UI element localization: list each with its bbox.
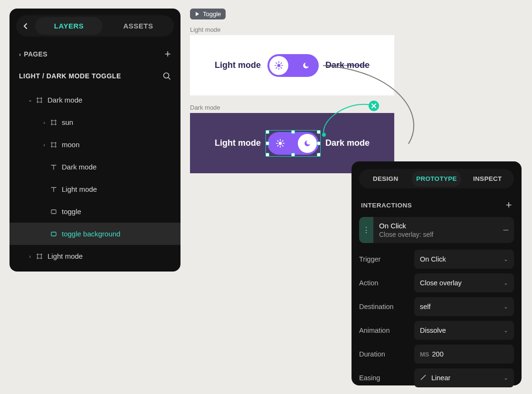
layer-text-dark[interactable]: Dark mode (10, 156, 180, 178)
prop-label: Action (359, 279, 414, 287)
chevron-right-icon: › (19, 51, 21, 58)
tab-inspect[interactable]: INSPECT (463, 171, 512, 187)
chevron-right-icon: › (26, 253, 34, 259)
drag-handle-icon[interactable]: ⋮ (359, 217, 373, 243)
layer-label: Light mode (48, 252, 83, 260)
destination-value: self (420, 303, 431, 310)
chevron-down-icon: ⌄ (26, 97, 34, 103)
chevron-down-icon: ⌄ (504, 375, 508, 381)
trigger-select[interactable]: On Click ⌄ (414, 250, 514, 269)
chevron-down-icon: ⌄ (504, 280, 508, 286)
play-icon (195, 11, 200, 17)
trigger-value: On Click (420, 255, 446, 263)
selection-handle[interactable] (291, 130, 295, 134)
prop-label: Destination (359, 303, 414, 310)
svg-line-12 (281, 63, 282, 64)
action-select[interactable]: Close overlay ⌄ (414, 273, 514, 292)
chevron-down-icon: ⌄ (504, 303, 508, 310)
duration-prefix: MS (420, 351, 429, 358)
toggle-knob (269, 56, 288, 75)
layer-label: Dark mode (62, 163, 96, 171)
selection-handle[interactable] (266, 130, 269, 134)
easing-select[interactable]: Linear ⌄ (414, 368, 514, 387)
remove-interaction-button[interactable]: − (498, 217, 514, 243)
text-light-mode: Light mode (215, 138, 261, 148)
interactions-label: INTERACTIONS (361, 202, 412, 209)
prop-label: Trigger (359, 255, 414, 263)
selection-handle[interactable] (317, 153, 321, 157)
layer-label: sun (62, 118, 73, 126)
svg-line-18 (277, 141, 278, 141)
sun-icon (274, 61, 284, 70)
close-overlay-node[interactable] (369, 101, 379, 111)
back-button[interactable] (18, 18, 33, 35)
layer-group-sun[interactable]: › sun (10, 111, 180, 133)
interaction-subtitle: Close overlay: self (379, 231, 492, 238)
layer-rect-toggle-background[interactable]: toggle background (10, 223, 180, 245)
layer-label: toggle background (62, 230, 120, 238)
tab-prototype[interactable]: PROTOTYPE (412, 171, 461, 187)
frame-icon (48, 119, 59, 126)
selection-handle[interactable] (317, 141, 321, 145)
svg-line-9 (276, 63, 277, 64)
selection-handle[interactable] (317, 130, 321, 134)
interaction-body: On Click Close overlay: self (373, 217, 498, 243)
text-icon (48, 164, 59, 170)
add-page-button[interactable]: + (165, 48, 171, 60)
svg-line-1 (168, 77, 170, 79)
selection-wrapper (267, 132, 319, 155)
chevron-down-icon: ⌄ (504, 256, 508, 263)
svg-line-10 (281, 67, 282, 68)
action-value: Close overlay (420, 279, 462, 287)
file-title: LIGHT / DARK MODE TOGGLE (19, 72, 121, 80)
svg-line-23 (421, 375, 426, 380)
svg-rect-3 (51, 232, 56, 236)
text-dark-mode: Dark mode (325, 60, 370, 70)
panel-tabs: LAYERS ASSETS (16, 15, 174, 37)
layer-text-light[interactable]: Light mode (10, 178, 180, 200)
layer-group-moon[interactable]: › moon (10, 133, 180, 156)
frame-caption-dark: Dark mode (190, 104, 394, 111)
frame-icon (34, 253, 45, 260)
selection-handle[interactable] (291, 153, 295, 157)
prop-duration: Duration MS200 (359, 345, 514, 364)
selection-handle[interactable] (266, 153, 269, 157)
chevron-right-icon: › (40, 142, 48, 148)
moon-icon (303, 139, 312, 148)
search-icon[interactable] (162, 72, 171, 80)
tab-assets[interactable]: ASSETS (104, 17, 172, 35)
toggle-pill-light[interactable] (267, 54, 319, 77)
svg-point-13 (279, 141, 282, 145)
frame-tag-label: Toggle (203, 10, 221, 18)
pages-header[interactable]: ›PAGES + (10, 43, 180, 64)
destination-select[interactable]: self ⌄ (414, 297, 514, 316)
frame-caption-light: Light mode (190, 26, 394, 33)
svg-line-21 (282, 141, 283, 141)
text-icon (48, 186, 59, 193)
pages-label: PAGES (24, 50, 47, 58)
prop-label: Animation (359, 327, 414, 334)
frame-tag[interactable]: Toggle (190, 9, 226, 19)
prop-label: Easing (359, 374, 414, 382)
animation-select[interactable]: Dissolve ⌄ (414, 321, 514, 340)
layer-frame-light-mode[interactable]: › Light mode (10, 245, 180, 267)
layer-rect-toggle[interactable]: toggle (10, 200, 180, 223)
svg-rect-2 (51, 210, 56, 214)
tab-design[interactable]: DESIGN (361, 171, 410, 187)
prototype-panel: DESIGN PROTOTYPE INSPECT INTERACTIONS + … (352, 161, 522, 385)
frame-light-mode[interactable]: Light mode Dark mode (190, 35, 394, 95)
duration-input[interactable]: MS200 (414, 345, 514, 364)
add-interaction-button[interactable]: + (506, 199, 512, 211)
sun-icon (267, 132, 293, 155)
easing-value: Linear (431, 374, 450, 382)
layer-frame-dark-mode[interactable]: ⌄ Dark mode (10, 89, 180, 111)
text-light-mode: Light mode (215, 60, 261, 70)
selection-handle[interactable] (266, 141, 269, 145)
toggle-pill-dark[interactable] (267, 132, 319, 155)
toggle-knob (298, 134, 317, 153)
frame-icon (48, 141, 59, 148)
interaction-item[interactable]: ⋮ On Click Close overlay: self − (359, 217, 514, 243)
chevron-right-icon: › (40, 120, 48, 125)
svg-line-19 (282, 145, 283, 146)
tab-layers[interactable]: LAYERS (35, 17, 103, 35)
